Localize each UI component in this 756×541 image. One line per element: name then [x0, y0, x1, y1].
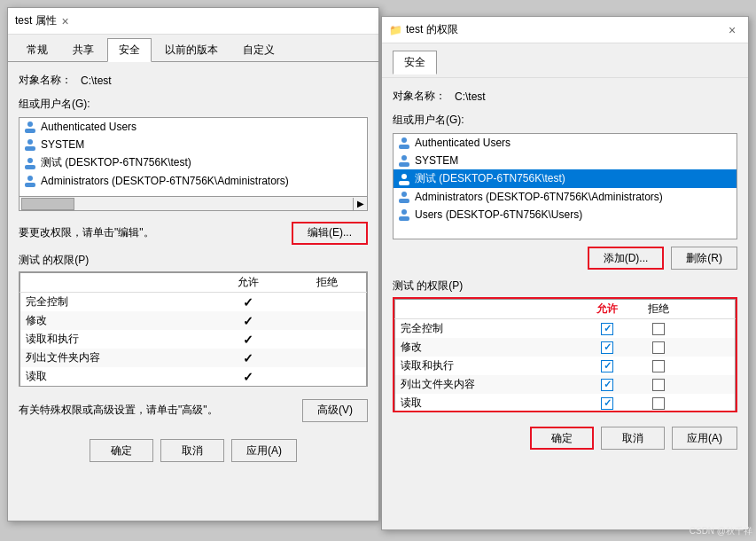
tab-security[interactable]: 安全 [107, 38, 152, 62]
window1-ok-button[interactable]: 确定 [90, 439, 153, 462]
svg-rect-1 [25, 129, 35, 133]
svg-point-0 [27, 122, 33, 127]
folder-icon: 📁 [389, 24, 402, 36]
window1-advanced-button[interactable]: 高级(V) [302, 399, 368, 422]
table-row: 修改 [395, 338, 736, 357]
tab-general[interactable]: 常规 [15, 38, 59, 61]
window2-security-tab[interactable]: 安全 [393, 51, 437, 74]
svg-rect-15 [399, 199, 409, 203]
checkbox-cell [588, 323, 628, 335]
list-item[interactable]: SYSTEM [19, 136, 367, 153]
table-row: 读取 ✓ [20, 367, 367, 386]
user-icon [397, 190, 411, 204]
window2-group-label: 组或用户名(G): [393, 113, 737, 128]
window1-apply-button[interactable]: 应用(A) [231, 439, 297, 462]
window2-title: test 的权限 [406, 22, 458, 37]
window2-permissions: 📁 test 的权限 × 安全 对象名称： C:\test 组或用户名(G): … [381, 16, 749, 530]
list-item[interactable]: 测试 (DESKTOP-6TN756K\test) [19, 153, 367, 172]
allow-checkbox[interactable] [601, 397, 613, 410]
deny-checkbox[interactable] [652, 397, 665, 410]
check-mark: ✓ [243, 370, 253, 384]
svg-point-16 [401, 209, 407, 215]
list-item[interactable]: Administrators (DESKTOP-6TN756K\Administ… [19, 172, 367, 190]
tab-previous[interactable]: 以前的版本 [153, 38, 230, 61]
window1-perm-label: 测试 的权限(P) [19, 253, 368, 268]
user-icon [397, 208, 411, 222]
svg-rect-11 [399, 162, 409, 167]
window1-object-label: 对象名称： [19, 73, 81, 88]
window1-hscrollbar[interactable]: ▶ [19, 197, 368, 211]
window1-close-button[interactable]: × [57, 12, 74, 30]
checkbox-cell [588, 379, 628, 391]
allow-checkbox[interactable] [601, 379, 613, 391]
svg-point-12 [401, 174, 407, 179]
list-item[interactable]: SYSTEM [394, 152, 737, 169]
deny-checkbox[interactable] [652, 323, 665, 335]
list-item[interactable]: Authenticated Users [19, 118, 367, 136]
window2-add-button[interactable]: 添加(D)... [588, 247, 665, 270]
allow-checkbox[interactable] [601, 360, 613, 372]
list-item[interactable]: Administrators (DESKTOP-6TN756K\Administ… [394, 188, 737, 206]
window1-content: 对象名称： C:\test 组或用户名(G): Authenticated Us… [8, 62, 378, 473]
perm-col-name [395, 300, 582, 319]
hscroll-thumb[interactable] [21, 198, 74, 210]
window2-titlebar: 📁 test 的权限 × [382, 17, 748, 43]
check-mark: ✓ [243, 351, 253, 365]
deny-checkbox[interactable] [652, 379, 665, 391]
window2-user-buttons: 添加(D)... 删除(R) [393, 247, 737, 270]
hscroll-right[interactable]: ▶ [353, 198, 367, 210]
list-item[interactable]: Users (DESKTOP-6TN756K\Users) [394, 206, 737, 223]
svg-point-8 [401, 137, 407, 143]
list-item[interactable]: Authenticated Users [394, 134, 737, 152]
window1-actions: 确定 取消 应用(A) [19, 439, 368, 462]
user-icon [397, 172, 411, 186]
user-icon [397, 153, 411, 168]
window2-remove-button[interactable]: 删除(R) [671, 247, 737, 270]
window1-edit-button[interactable]: 编辑(E)... [292, 222, 368, 245]
window2-apply-button[interactable]: 应用(A) [672, 427, 737, 450]
svg-point-4 [27, 158, 33, 163]
checkbox-cell [638, 379, 679, 391]
check-mark: ✓ [243, 314, 253, 328]
deny-checkbox[interactable] [652, 341, 665, 354]
window2-actions: 确定 取消 应用(A) [393, 427, 737, 450]
checkbox-cell [588, 360, 628, 372]
window2-perm-table: 允许 拒绝 完全控制 [394, 299, 736, 412]
perm-col-deny: 拒绝 [288, 273, 367, 293]
window2-close-button[interactable]: × [723, 21, 741, 39]
deny-checkbox[interactable] [652, 360, 665, 372]
window2-users-listbox[interactable]: Authenticated Users SYSTEM 测试 (DESKTOP-6… [393, 133, 737, 239]
svg-rect-7 [25, 183, 35, 187]
allow-checkbox[interactable] [601, 341, 613, 354]
svg-point-14 [401, 192, 407, 197]
window2-perm-label: 测试 的权限(P) [393, 278, 737, 294]
window1-users-listbox[interactable]: Authenticated Users SYSTEM 测试 (DESKTOP-6… [19, 117, 368, 197]
watermark: CSDN @秋千祥 [690, 525, 752, 537]
list-item-selected[interactable]: 测试 (DESKTOP-6TN756K\test) [394, 169, 737, 188]
allow-checkbox[interactable] [601, 323, 613, 335]
svg-rect-13 [399, 181, 409, 185]
table-row: 读取和执行 ✓ [20, 330, 367, 349]
tab-share[interactable]: 共享 [61, 38, 105, 61]
window1-users-wrap: Authenticated Users SYSTEM 测试 (DESKTOP-6… [19, 117, 368, 211]
window1-title: test 属性 [15, 13, 57, 28]
window1-titlebar: test 属性 × [8, 8, 378, 35]
window1-perm-scroll[interactable]: 允许 拒绝 完全控制 ✓ 修改 ✓ [19, 271, 368, 387]
window1-cancel-button[interactable]: 取消 [160, 439, 224, 462]
window2-perm-scroll[interactable]: 允许 拒绝 完全控制 [393, 297, 737, 412]
svg-point-6 [27, 176, 33, 181]
window1-perm-table: 允许 拒绝 完全控制 ✓ 修改 ✓ [19, 272, 367, 387]
table-row: 完全控制 ✓ [20, 293, 367, 312]
window1-object-value: C:\test [81, 74, 112, 87]
window1-note-row: 要更改权限，请单击"编辑"。 编辑(E)... [19, 218, 368, 247]
window2-ok-button[interactable]: 确定 [530, 427, 594, 450]
table-row: 写入 ✓ [20, 386, 367, 387]
table-row: 列出文件夹内容 [395, 375, 736, 394]
window2-cancel-button[interactable]: 取消 [601, 427, 665, 450]
window1-group-label: 组或用户名(G): [19, 97, 368, 112]
table-row: 列出文件夹内容 ✓ [20, 349, 367, 367]
tab-custom[interactable]: 自定义 [231, 38, 286, 61]
table-row: 完全控制 [395, 319, 736, 339]
user-icon [397, 136, 411, 150]
user-icon [23, 120, 37, 134]
